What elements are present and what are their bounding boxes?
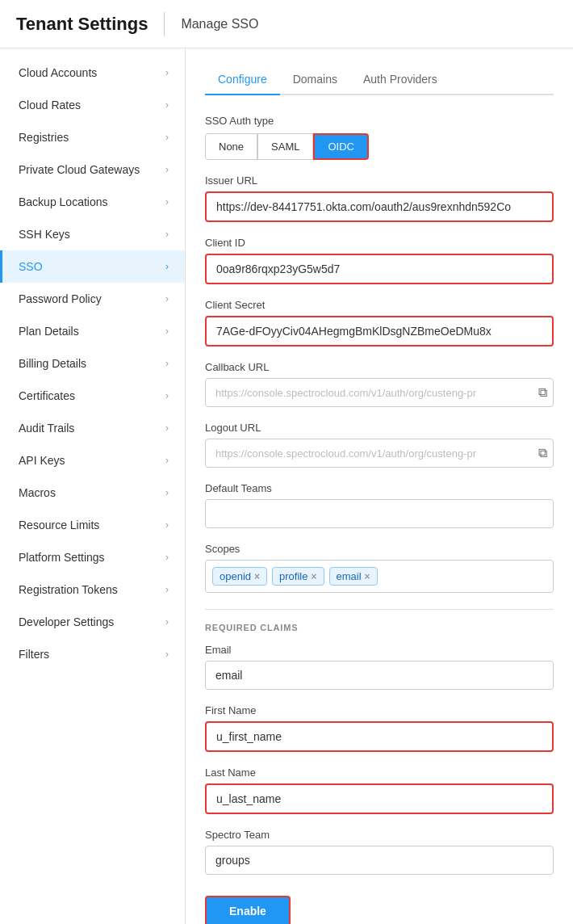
last-name-input[interactable] bbox=[205, 783, 554, 814]
chevron-icon: › bbox=[165, 229, 169, 240]
scope-remove-openid[interactable]: × bbox=[254, 571, 260, 582]
enable-button[interactable]: Enable bbox=[205, 896, 291, 924]
tab-auth-providers[interactable]: Auth Providers bbox=[350, 65, 450, 95]
issuer-url-group: Issuer URL bbox=[205, 174, 554, 222]
sidebar-item-label: Developer Settings bbox=[19, 615, 114, 628]
client-id-input[interactable] bbox=[205, 254, 554, 284]
email-claim-group: Email bbox=[205, 644, 554, 690]
scope-remove-email[interactable]: × bbox=[365, 571, 370, 582]
chevron-icon: › bbox=[165, 99, 169, 111]
chevron-icon: › bbox=[165, 649, 169, 660]
sidebar-item-label: Private Cloud Gateways bbox=[19, 163, 140, 176]
sidebar-item-label: Plan Details bbox=[19, 325, 79, 338]
spectro-team-label: Spectro Team bbox=[205, 829, 554, 841]
sidebar-item-cloud-rates[interactable]: Cloud Rates › bbox=[0, 89, 185, 121]
chevron-icon: › bbox=[165, 519, 169, 531]
callback-url-label: Callback URL bbox=[205, 361, 554, 373]
chevron-icon: › bbox=[165, 584, 169, 595]
spectro-team-input[interactable] bbox=[205, 846, 554, 875]
sidebar-item-billing-details[interactable]: Billing Details › bbox=[0, 347, 185, 380]
callback-url-wrapper: ⧉ bbox=[205, 378, 554, 407]
last-name-group: Last Name bbox=[205, 766, 554, 814]
scopes-group: Scopes openid × profile × email × bbox=[205, 543, 554, 593]
tab-domains[interactable]: Domains bbox=[280, 65, 350, 95]
issuer-url-label: Issuer URL bbox=[205, 174, 554, 187]
sidebar: Cloud Accounts › Cloud Rates › Registrie… bbox=[0, 48, 186, 924]
chevron-icon: › bbox=[165, 390, 169, 401]
logout-url-input[interactable] bbox=[205, 439, 554, 468]
first-name-group: First Name bbox=[205, 704, 554, 752]
default-teams-input[interactable] bbox=[205, 499, 554, 528]
default-teams-label: Default Teams bbox=[205, 482, 554, 494]
sidebar-item-cloud-accounts[interactable]: Cloud Accounts › bbox=[0, 57, 185, 89]
sidebar-item-label: Registries bbox=[19, 131, 69, 144]
client-secret-input[interactable] bbox=[205, 316, 554, 346]
sidebar-item-label: Macros bbox=[19, 486, 56, 499]
first-name-input[interactable] bbox=[205, 721, 554, 752]
sidebar-item-filters[interactable]: Filters › bbox=[0, 638, 185, 670]
last-name-label: Last Name bbox=[205, 766, 554, 779]
scope-remove-profile[interactable]: × bbox=[311, 571, 316, 582]
chevron-icon: › bbox=[165, 455, 169, 466]
sidebar-item-backup-locations[interactable]: Backup Locations › bbox=[0, 186, 185, 218]
page-title: Tenant Settings bbox=[16, 14, 148, 35]
required-claims-label: REQUIRED CLAIMS bbox=[205, 623, 554, 632]
section-divider bbox=[205, 609, 554, 610]
auth-type-btn-group: None SAML OIDC bbox=[205, 133, 554, 160]
sidebar-item-api-keys[interactable]: API Keys › bbox=[0, 444, 185, 477]
chevron-icon: › bbox=[165, 261, 169, 272]
scope-label: profile bbox=[279, 570, 307, 582]
sidebar-item-plan-details[interactable]: Plan Details › bbox=[0, 315, 185, 347]
sidebar-item-registries[interactable]: Registries › bbox=[0, 121, 185, 153]
sidebar-item-sso[interactable]: SSO › bbox=[0, 250, 185, 283]
header: Tenant Settings Manage SSO bbox=[0, 0, 573, 48]
auth-option-saml[interactable]: SAML bbox=[257, 133, 313, 160]
sidebar-item-label: Platform Settings bbox=[19, 551, 105, 564]
client-id-group: Client ID bbox=[205, 237, 554, 284]
scope-tag-openid: openid × bbox=[212, 567, 267, 586]
sidebar-item-platform-settings[interactable]: Platform Settings › bbox=[0, 541, 185, 573]
email-claim-input[interactable] bbox=[205, 661, 554, 690]
chevron-icon: › bbox=[165, 616, 169, 628]
scope-tag-email: email × bbox=[329, 567, 378, 586]
app-container: Tenant Settings Manage SSO Cloud Account… bbox=[0, 0, 573, 924]
scopes-label: Scopes bbox=[205, 543, 554, 555]
logout-url-copy-button[interactable]: ⧉ bbox=[535, 443, 550, 464]
scopes-container: openid × profile × email × bbox=[205, 560, 554, 593]
issuer-url-input[interactable] bbox=[205, 191, 554, 222]
default-teams-group: Default Teams bbox=[205, 482, 554, 528]
callback-url-copy-button[interactable]: ⧉ bbox=[535, 382, 550, 403]
sidebar-item-private-cloud-gateways[interactable]: Private Cloud Gateways › bbox=[0, 153, 185, 186]
sidebar-item-certificates[interactable]: Certificates › bbox=[0, 380, 185, 412]
chevron-icon: › bbox=[165, 164, 169, 175]
logout-url-group: Logout URL ⧉ bbox=[205, 422, 554, 468]
sidebar-item-label: Registration Tokens bbox=[19, 583, 118, 596]
sidebar-item-label: Cloud Accounts bbox=[19, 66, 97, 79]
sidebar-item-macros[interactable]: Macros › bbox=[0, 477, 185, 509]
chevron-icon: › bbox=[165, 67, 169, 78]
auth-option-none[interactable]: None bbox=[205, 133, 257, 160]
sidebar-item-label: Audit Trails bbox=[19, 422, 74, 435]
chevron-icon: › bbox=[165, 132, 169, 143]
sidebar-item-resource-limits[interactable]: Resource Limits › bbox=[0, 509, 185, 541]
sidebar-item-label: Backup Locations bbox=[19, 195, 108, 208]
sidebar-item-label: Cloud Rates bbox=[19, 99, 81, 111]
chevron-icon: › bbox=[165, 422, 169, 434]
auth-option-oidc[interactable]: OIDC bbox=[313, 133, 369, 160]
client-id-label: Client ID bbox=[205, 237, 554, 249]
logout-url-label: Logout URL bbox=[205, 422, 554, 434]
header-subtitle: Manage SSO bbox=[181, 17, 258, 32]
sidebar-item-password-policy[interactable]: Password Policy › bbox=[0, 283, 185, 315]
logout-url-wrapper: ⧉ bbox=[205, 439, 554, 468]
sidebar-item-registration-tokens[interactable]: Registration Tokens › bbox=[0, 573, 185, 606]
sso-auth-type-group: SSO Auth type None SAML OIDC bbox=[205, 115, 554, 160]
sidebar-item-developer-settings[interactable]: Developer Settings › bbox=[0, 606, 185, 638]
chevron-icon: › bbox=[165, 293, 169, 304]
client-secret-group: Client Secret bbox=[205, 299, 554, 346]
callback-url-input[interactable] bbox=[205, 378, 554, 407]
sidebar-item-ssh-keys[interactable]: SSH Keys › bbox=[0, 218, 185, 250]
sidebar-item-audit-trails[interactable]: Audit Trails › bbox=[0, 412, 185, 444]
chevron-icon: › bbox=[165, 487, 169, 498]
spectro-team-group: Spectro Team bbox=[205, 829, 554, 875]
tab-configure[interactable]: Configure bbox=[205, 65, 280, 95]
